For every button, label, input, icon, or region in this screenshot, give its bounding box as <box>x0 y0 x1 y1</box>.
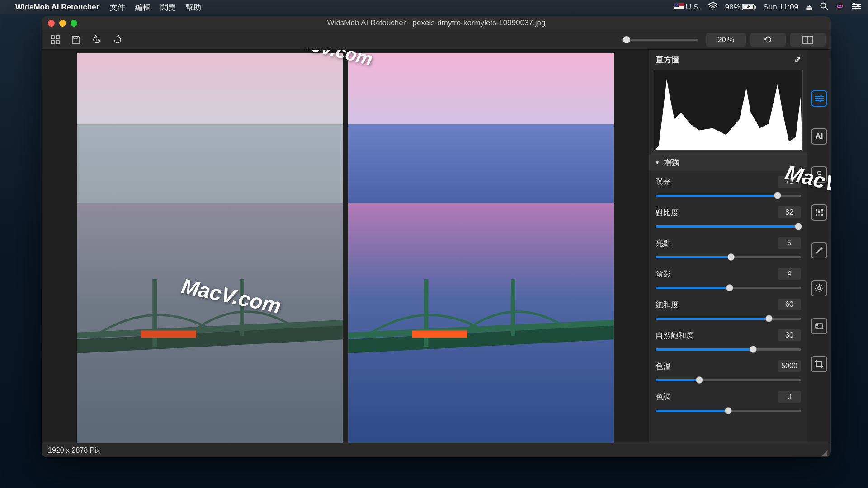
control-label: 陰影 <box>656 269 671 279</box>
siri-icon[interactable] <box>835 2 844 13</box>
app-name[interactable]: WidsMob AI Retoucher <box>15 3 99 12</box>
slider-0[interactable] <box>656 191 801 201</box>
edited-image-pane <box>348 53 614 443</box>
svg-rect-40 <box>821 209 823 211</box>
slider-knob[interactable] <box>765 315 773 322</box>
control-value[interactable]: 30 <box>778 329 801 341</box>
svg-text:90: 90 <box>95 38 99 42</box>
control-value[interactable]: 4 <box>778 268 801 280</box>
control-value[interactable]: 5000 <box>778 360 801 372</box>
svg-point-12 <box>854 7 857 9</box>
tab-ai[interactable]: AI <box>811 128 827 145</box>
control-value[interactable]: 5 <box>778 237 801 249</box>
menu-view[interactable]: 閱覽 <box>160 2 176 13</box>
svg-point-48 <box>818 287 821 290</box>
side-panel: 直方圖 ⤢ ▼ 增強 曝光73對比度82亮點5陰影4飽和度60自然飽和度30色溫… <box>649 50 807 443</box>
zoom-knob[interactable] <box>623 36 630 43</box>
menu-file[interactable]: 文件 <box>110 2 125 13</box>
slider-3[interactable] <box>656 283 801 293</box>
tab-noise[interactable] <box>811 204 827 221</box>
svg-rect-30 <box>412 330 467 337</box>
svg-rect-44 <box>816 214 817 216</box>
tab-wand[interactable] <box>811 242 827 258</box>
svg-rect-14 <box>56 36 59 39</box>
menu-help[interactable]: 幫助 <box>186 2 201 13</box>
resize-grip-icon[interactable]: ◢ <box>822 448 829 455</box>
rotate-left-icon[interactable]: 90 <box>89 33 105 47</box>
tool-strip: AI <box>807 50 831 443</box>
slider-knob[interactable] <box>727 253 735 261</box>
triangle-down-icon: ▼ <box>655 160 660 166</box>
slider-knob[interactable] <box>795 223 802 230</box>
section-enhance[interactable]: ▼ 增強 <box>649 154 807 171</box>
mac-menubar: WidsMob AI Retoucher 文件 編輯 閱覽 幫助 U.S. 98… <box>0 0 868 14</box>
control-label: 曝光 <box>656 177 671 187</box>
zoom-value[interactable]: 20 % <box>706 33 746 47</box>
slider-knob[interactable] <box>726 284 733 291</box>
compare-icon[interactable] <box>790 33 826 47</box>
svg-rect-43 <box>821 211 823 213</box>
minimize-button[interactable] <box>59 20 66 27</box>
svg-point-0 <box>712 8 713 9</box>
slider-knob[interactable] <box>750 346 757 353</box>
control-label: 自然飽和度 <box>656 330 694 341</box>
svg-rect-2 <box>755 6 756 9</box>
svg-rect-42 <box>818 211 820 213</box>
control-value[interactable]: 73 <box>778 176 801 188</box>
controls-list: 曝光73對比度82亮點5陰影4飽和度60自然飽和度30色溫5000色調0 <box>649 171 807 425</box>
slider-5[interactable] <box>656 344 801 354</box>
section-title: 增強 <box>664 157 679 168</box>
control-label: 對比度 <box>656 207 679 218</box>
close-button[interactable] <box>48 20 55 27</box>
input-source[interactable]: U.S. <box>674 3 701 12</box>
slider-4[interactable] <box>656 314 801 324</box>
maximize-button[interactable] <box>71 20 77 27</box>
traffic-lights <box>48 20 77 27</box>
tab-portrait[interactable] <box>811 166 827 183</box>
save-icon[interactable] <box>68 33 84 47</box>
svg-point-10 <box>853 3 855 5</box>
svg-point-11 <box>857 5 859 7</box>
svg-rect-25 <box>141 330 196 337</box>
control-label: 亮點 <box>656 238 671 249</box>
rotate-right-icon[interactable] <box>109 33 126 47</box>
clock[interactable]: Sun 11:09 <box>763 3 798 12</box>
app-window: WidsMob AI Retoucher - pexels-dmytro-kor… <box>42 16 831 457</box>
canvas-area[interactable]: MacV.com MacV.com <box>42 50 649 443</box>
tab-adjustments[interactable] <box>811 90 827 107</box>
svg-rect-16 <box>56 41 59 44</box>
control-value[interactable]: 0 <box>778 391 801 403</box>
control-center-icon[interactable] <box>852 3 861 12</box>
reset-icon[interactable] <box>750 33 786 47</box>
image-dimensions: 1920 x 2878 Pix <box>48 446 100 455</box>
menu-edit[interactable]: 編輯 <box>135 2 151 13</box>
svg-rect-45 <box>818 214 820 216</box>
control-label: 色溫 <box>656 361 671 371</box>
svg-rect-46 <box>821 214 823 216</box>
battery-status[interactable]: 98% <box>725 3 756 12</box>
status-bar: 1920 x 2878 Pix <box>42 443 831 457</box>
slider-knob[interactable] <box>696 376 703 384</box>
tab-settings[interactable] <box>811 280 827 296</box>
control-value[interactable]: 82 <box>778 206 801 218</box>
slider-2[interactable] <box>656 252 801 262</box>
svg-rect-15 <box>51 41 54 44</box>
eject-icon[interactable]: ⏏ <box>806 3 813 12</box>
slider-knob[interactable] <box>774 192 781 199</box>
zoom-slider[interactable] <box>621 39 698 41</box>
grid-icon[interactable] <box>47 33 63 47</box>
histogram-title: 直方圖 <box>656 54 680 65</box>
slider-6[interactable] <box>656 375 801 385</box>
slider-1[interactable] <box>656 221 801 231</box>
control-value[interactable]: 60 <box>778 299 801 310</box>
titlebar[interactable]: WidsMob AI Retoucher - pexels-dmytro-kor… <box>42 16 831 30</box>
slider-7[interactable] <box>656 406 801 416</box>
spotlight-icon[interactable] <box>820 2 828 13</box>
wifi-icon[interactable] <box>708 2 718 13</box>
tab-crop[interactable] <box>811 356 827 372</box>
svg-rect-13 <box>51 36 54 39</box>
expand-icon[interactable]: ⤢ <box>794 55 801 65</box>
tab-palette[interactable] <box>811 318 827 334</box>
svg-point-34 <box>820 95 822 97</box>
slider-knob[interactable] <box>725 407 732 414</box>
